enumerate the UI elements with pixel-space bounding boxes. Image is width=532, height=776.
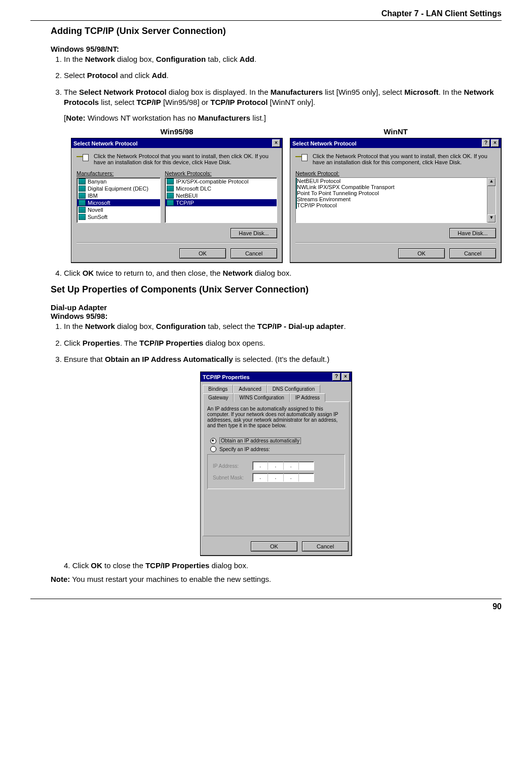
step-1-1: In the Network dialog box, Configuration… bbox=[64, 54, 502, 64]
have-disk-button[interactable]: Have Disk... bbox=[231, 228, 277, 238]
subnet-mask-field[interactable]: ... bbox=[252, 473, 314, 482]
protocol-icon bbox=[167, 193, 174, 199]
steps-list-2: In the Network dialog box, Configuration… bbox=[51, 321, 502, 364]
list-item[interactable]: SunSoft bbox=[77, 213, 160, 220]
radio-obtain-auto[interactable]: Obtain an IP address automatically bbox=[210, 437, 345, 444]
protocol-icon bbox=[79, 193, 86, 199]
list-item[interactable]: NWLink IPX/SPX Compatible Transport bbox=[296, 184, 487, 190]
list-item[interactable]: TCP/IP bbox=[165, 199, 277, 206]
protocol-icon bbox=[79, 200, 86, 206]
radio-off-icon bbox=[210, 446, 216, 452]
network-icon bbox=[295, 153, 309, 163]
close-icon[interactable]: × bbox=[341, 373, 350, 381]
close-icon[interactable]: × bbox=[272, 139, 280, 147]
list-item[interactable]: IPX/SPX-compatible Protocol bbox=[165, 178, 277, 185]
step-1-4: Click OK twice to return to, and then cl… bbox=[64, 268, 502, 278]
list-item[interactable]: Streams Environment bbox=[296, 196, 487, 202]
note-after-step3: [Note: Windows NT workstation has no Man… bbox=[64, 114, 502, 122]
list-item[interactable]: Banyan bbox=[77, 178, 160, 185]
scroll-down-icon[interactable]: ▼ bbox=[487, 214, 496, 223]
titlebar-text: Select Network Protocol bbox=[292, 140, 357, 146]
tab-ipaddress[interactable]: IP Address bbox=[290, 393, 325, 402]
dialog-instruction: Click the Network Protocol that you want… bbox=[313, 153, 496, 165]
section-title-2: Set Up Properties of Components (Unix Se… bbox=[51, 284, 502, 295]
list-item[interactable]: NetBEUI bbox=[165, 192, 277, 199]
tabs-front-row: Gateway WINS Configuration IP Address bbox=[201, 391, 352, 401]
help-icon[interactable]: ? bbox=[332, 373, 340, 381]
protocol-icon bbox=[167, 178, 174, 184]
tab-advanced[interactable]: Advanced bbox=[233, 385, 267, 393]
manufacturers-list[interactable]: BanyanDigital Equipment (DEC)IBMMicrosof… bbox=[77, 177, 161, 223]
protocol-icon bbox=[79, 186, 86, 192]
scrollbar[interactable]: ▲ ▼ bbox=[487, 178, 496, 223]
radio-specify[interactable]: Specify an IP address: bbox=[210, 446, 345, 452]
protocol-icon bbox=[167, 200, 174, 206]
network-icon bbox=[77, 153, 90, 163]
list-item[interactable]: Novell bbox=[77, 206, 160, 213]
tab-gateway[interactable]: Gateway bbox=[203, 393, 234, 402]
step-2-2: Click Properties. The TCP/IP Properties … bbox=[64, 338, 502, 348]
ok-button[interactable]: OK bbox=[398, 248, 445, 258]
list-item[interactable]: Digital Equipment (DEC) bbox=[77, 185, 160, 192]
ip-address-label: IP Address: bbox=[213, 463, 248, 469]
help-icon[interactable]: ? bbox=[482, 139, 490, 147]
list-item[interactable]: TCP/IP Protocol bbox=[296, 202, 487, 208]
list-item[interactable]: IBM bbox=[77, 192, 160, 199]
titlebar-win95: Select Network Protocol × bbox=[71, 138, 282, 148]
sub-win9598: Windows 95/98: bbox=[51, 312, 502, 320]
protocol-icon bbox=[79, 214, 86, 220]
close-icon[interactable]: × bbox=[491, 139, 499, 147]
tab-dns[interactable]: DNS Configuration bbox=[267, 385, 320, 393]
shot-label-win95: Win95/98 bbox=[71, 127, 283, 136]
dialog-winnt: Select Network Protocol ? × Click the Ne… bbox=[290, 138, 502, 263]
have-disk-button[interactable]: Have Disk... bbox=[449, 228, 496, 238]
step-1-3: The Select Network Protocol dialog box i… bbox=[64, 87, 502, 108]
shot-label-winnt: WinNT bbox=[290, 127, 502, 136]
cancel-button[interactable]: Cancel bbox=[449, 248, 496, 258]
protocols-label: Network Protocols: bbox=[165, 170, 277, 176]
list-item[interactable]: Microsoft bbox=[77, 199, 160, 206]
protocol-icon bbox=[79, 178, 86, 184]
tab-panel: An IP address can be automatically assig… bbox=[203, 401, 350, 536]
step-2-3: Ensure that Obtain an IP Address Automat… bbox=[64, 354, 502, 364]
top-rule bbox=[30, 20, 502, 21]
radio-on-icon bbox=[210, 438, 216, 444]
tab-bindings[interactable]: Bindings bbox=[203, 385, 233, 393]
list-item[interactable]: Microsoft DLC bbox=[165, 185, 277, 192]
scroll-up-icon[interactable]: ▲ bbox=[487, 178, 496, 186]
section-title-1: Adding TCP/IP (Unix Server Connection) bbox=[51, 26, 502, 36]
sub-dialup: Dial-up Adapter bbox=[51, 303, 502, 312]
tab-wins[interactable]: WINS Configuration bbox=[234, 393, 289, 402]
steps-list-1b: Click OK twice to return to, and then cl… bbox=[51, 268, 502, 278]
protocols-list-95[interactable]: IPX/SPX-compatible ProtocolMicrosoft DLC… bbox=[165, 177, 277, 223]
titlebar-text: Select Network Protocol bbox=[73, 140, 138, 146]
dialog-tcpip-properties: TCP/IP Properties ? × Bindings Advanced … bbox=[200, 372, 352, 556]
protocols-list-nt[interactable]: NetBEUI ProtocolNWLink IPX/SPX Compatibl… bbox=[295, 177, 496, 223]
protocol-icon bbox=[79, 207, 86, 213]
ok-button[interactable]: OK bbox=[179, 248, 226, 258]
nt-protocol-label: Network Protocol: bbox=[295, 170, 496, 176]
steps-list-1: In the Network dialog box, Configuration… bbox=[51, 54, 502, 107]
titlebar-winnt: Select Network Protocol ? × bbox=[290, 138, 501, 148]
ip-address-field[interactable]: ... bbox=[252, 461, 314, 470]
step-1-2: Select Protocol and click Add. bbox=[64, 70, 502, 81]
panel-desc: An IP address can be automatically assig… bbox=[207, 406, 345, 428]
ok-button[interactable]: OK bbox=[251, 541, 297, 551]
cancel-button[interactable]: Cancel bbox=[231, 248, 277, 258]
os-label-1: Windows 95/98/NT: bbox=[51, 45, 502, 53]
step-2-4: 4. Click OK to close the TCP/IP Properti… bbox=[64, 561, 502, 570]
step-2-1: In the Network dialog box, Configuration… bbox=[64, 321, 502, 331]
tabs-back-row: Bindings Advanced DNS Configuration bbox=[201, 382, 352, 391]
page-number: 90 bbox=[30, 602, 502, 611]
titlebar-props: TCP/IP Properties ? × bbox=[201, 372, 352, 382]
manufacturers-label: Manufacturers: bbox=[77, 170, 161, 176]
final-note: Note: You must restart your machines to … bbox=[51, 575, 502, 583]
list-item[interactable]: Point To Point Tunneling Protocol bbox=[296, 190, 487, 196]
list-item[interactable]: NetBEUI Protocol bbox=[296, 178, 487, 184]
dialog-win95: Select Network Protocol × Click the Netw… bbox=[71, 138, 283, 263]
dialog-instruction: Click the Network Protocol that you want… bbox=[94, 153, 277, 165]
titlebar-text: TCP/IP Properties bbox=[203, 374, 250, 380]
radio-specify-label: Specify an IP address: bbox=[219, 447, 270, 452]
cancel-button[interactable]: Cancel bbox=[302, 541, 349, 551]
bottom-rule bbox=[30, 599, 502, 599]
